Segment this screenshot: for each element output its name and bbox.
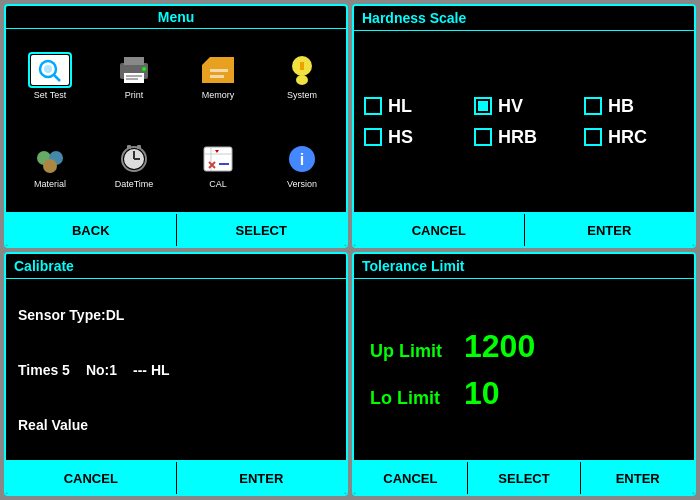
menu-item-set-test[interactable]: Set Test bbox=[10, 33, 90, 119]
svg-rect-22 bbox=[127, 145, 131, 149]
menu-title: Menu bbox=[6, 6, 346, 29]
times-label: Times 5 bbox=[18, 362, 70, 378]
hardness-checkbox-hs[interactable] bbox=[364, 128, 382, 146]
svg-point-3 bbox=[44, 65, 52, 73]
menu-select-button[interactable]: SELECT bbox=[177, 214, 347, 246]
hardness-item-hl[interactable]: HL bbox=[364, 96, 464, 117]
up-limit-row: Up Limit 1200 bbox=[370, 328, 678, 365]
menu-label-system: System bbox=[287, 90, 317, 100]
tolerance-enter-button[interactable]: ENTER bbox=[581, 462, 694, 494]
lo-limit-label: Lo Limit bbox=[370, 388, 460, 409]
svg-rect-7 bbox=[126, 75, 142, 77]
hardness-checkbox-hv[interactable] bbox=[474, 97, 492, 115]
svg-rect-5 bbox=[124, 57, 144, 65]
svg-text:i: i bbox=[300, 151, 304, 168]
hardness-footer: CANCEL ENTER bbox=[354, 212, 694, 246]
calibrate-cancel-button[interactable]: CANCEL bbox=[6, 462, 177, 494]
hardness-enter-button[interactable]: ENTER bbox=[525, 214, 695, 246]
sensor-type-row: Sensor Type:DL bbox=[18, 307, 334, 323]
menu-item-version[interactable]: i Version bbox=[262, 123, 342, 209]
menu-item-print[interactable]: Print bbox=[94, 33, 174, 119]
svg-rect-14 bbox=[300, 62, 304, 70]
hardness-checkbox-hl[interactable] bbox=[364, 97, 382, 115]
svg-point-17 bbox=[43, 159, 57, 173]
hardness-item-hrb[interactable]: HRB bbox=[474, 127, 574, 148]
hardness-label-hrc: HRC bbox=[608, 127, 647, 148]
menu-item-system[interactable]: System bbox=[262, 33, 342, 119]
svg-point-13 bbox=[296, 75, 308, 85]
menu-panel: Menu Set Test bbox=[4, 4, 348, 248]
calibrate-enter-button[interactable]: ENTER bbox=[177, 462, 347, 494]
calibrate-footer: CANCEL ENTER bbox=[6, 460, 346, 494]
tolerance-content: Up Limit 1200 Lo Limit 10 bbox=[354, 279, 694, 460]
hardness-title: Hardness Scale bbox=[354, 6, 694, 31]
sensor-type-label: Sensor Type:DL bbox=[18, 307, 124, 323]
svg-rect-23 bbox=[137, 145, 141, 149]
hardness-checkbox-hrb[interactable] bbox=[474, 128, 492, 146]
svg-rect-10 bbox=[210, 69, 228, 72]
menu-item-cal[interactable]: CAL bbox=[178, 123, 258, 209]
tolerance-select-button[interactable]: SELECT bbox=[468, 462, 582, 494]
menu-label-print: Print bbox=[125, 90, 144, 100]
menu-label-memory: Memory bbox=[202, 90, 235, 100]
menu-item-material[interactable]: Material bbox=[10, 123, 90, 209]
times-row: Times 5 No:1 --- HL bbox=[18, 362, 334, 378]
hardness-item-hb[interactable]: HB bbox=[584, 96, 684, 117]
calibrate-title: Calibrate bbox=[6, 254, 346, 279]
menu-label-datetime: DateTime bbox=[115, 179, 154, 189]
svg-point-9 bbox=[142, 67, 146, 71]
menu-label-set-test: Set Test bbox=[34, 90, 66, 100]
hardness-item-hv[interactable]: HV bbox=[474, 96, 574, 117]
hardness-label-hl: HL bbox=[388, 96, 412, 117]
hardness-checkbox-hrc[interactable] bbox=[584, 128, 602, 146]
lo-limit-value: 10 bbox=[464, 375, 500, 412]
hardness-grid: HL HV HB HS HRB HRC bbox=[354, 31, 694, 212]
calibrate-content: Sensor Type:DL Times 5 No:1 --- HL Real … bbox=[6, 279, 346, 460]
dash-label: --- HL bbox=[133, 362, 170, 378]
menu-label-cal: CAL bbox=[209, 179, 227, 189]
hardness-label-hs: HS bbox=[388, 127, 413, 148]
tolerance-footer: CANCEL SELECT ENTER bbox=[354, 460, 694, 494]
svg-rect-11 bbox=[210, 75, 224, 78]
real-value-row: Real Value bbox=[18, 417, 334, 433]
hardness-panel: Hardness Scale HL HV HB HS HRB HRC bbox=[352, 4, 696, 248]
hardness-item-hs[interactable]: HS bbox=[364, 127, 464, 148]
lo-limit-row: Lo Limit 10 bbox=[370, 375, 678, 412]
no-label: No:1 bbox=[86, 362, 117, 378]
hardness-label-hrb: HRB bbox=[498, 127, 537, 148]
tolerance-cancel-button[interactable]: CANCEL bbox=[354, 462, 468, 494]
hardness-label-hb: HB bbox=[608, 96, 634, 117]
hardness-item-hrc[interactable]: HRC bbox=[584, 127, 684, 148]
hardness-label-hv: HV bbox=[498, 96, 523, 117]
menu-label-version: Version bbox=[287, 179, 317, 189]
calibrate-panel: Calibrate Sensor Type:DL Times 5 No:1 --… bbox=[4, 252, 348, 496]
menu-item-memory[interactable]: Memory bbox=[178, 33, 258, 119]
menu-footer: BACK SELECT bbox=[6, 212, 346, 246]
menu-grid: Set Test Print bbox=[6, 29, 346, 212]
menu-back-button[interactable]: BACK bbox=[6, 214, 177, 246]
up-limit-label: Up Limit bbox=[370, 341, 460, 362]
menu-item-datetime[interactable]: DateTime bbox=[94, 123, 174, 209]
real-value-label: Real Value bbox=[18, 417, 88, 433]
hardness-cancel-button[interactable]: CANCEL bbox=[354, 214, 525, 246]
tolerance-title: Tolerance Limit bbox=[354, 254, 694, 279]
menu-label-material: Material bbox=[34, 179, 66, 189]
svg-rect-8 bbox=[126, 78, 138, 80]
tolerance-panel: Tolerance Limit Up Limit 1200 Lo Limit 1… bbox=[352, 252, 696, 496]
up-limit-value: 1200 bbox=[464, 328, 535, 365]
hardness-checkbox-hb[interactable] bbox=[584, 97, 602, 115]
